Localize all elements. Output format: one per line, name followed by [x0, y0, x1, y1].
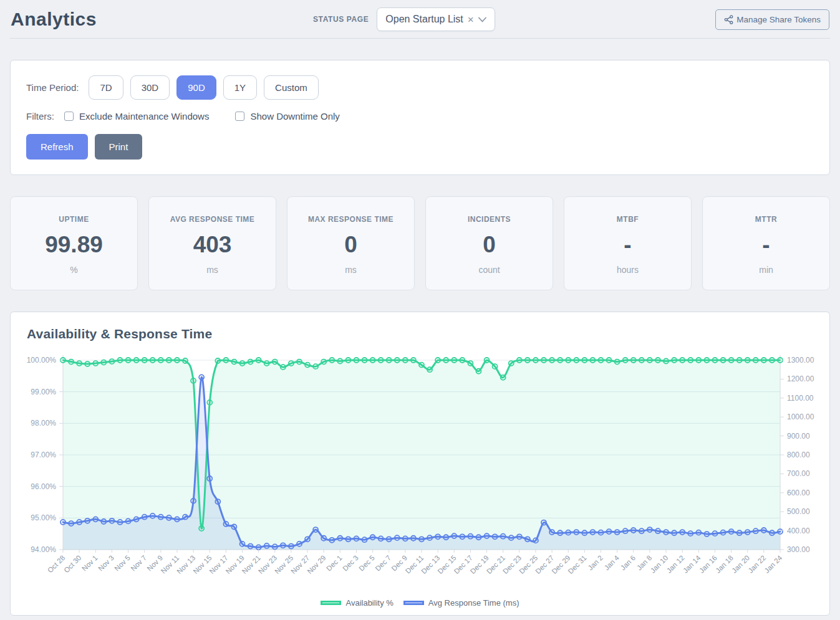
- filter-option[interactable]: Exclude Maintenance Windows: [64, 111, 209, 122]
- svg-text:Jan 10: Jan 10: [649, 554, 670, 575]
- stat-value: 0: [431, 232, 548, 258]
- svg-text:1200.00: 1200.00: [787, 374, 814, 383]
- stat-value: 403: [154, 232, 271, 258]
- chart-panel: Availability & Response Time 100.00%99.0…: [10, 312, 830, 616]
- stat-label: MTTR: [708, 215, 824, 224]
- stat-unit: ms: [154, 265, 271, 275]
- svg-text:Dec 1: Dec 1: [325, 554, 344, 573]
- status-page-select[interactable]: Open Startup List ×: [377, 7, 495, 31]
- header-divider: [10, 38, 830, 39]
- legend-label: Availability %: [345, 598, 393, 608]
- svg-text:96.00%: 96.00%: [31, 482, 56, 491]
- svg-text:600.00: 600.00: [787, 489, 810, 497]
- svg-text:Jan 6: Jan 6: [619, 554, 637, 571]
- svg-text:1300.00: 1300.00: [787, 356, 814, 365]
- checkbox-label: Exclude Maintenance Windows: [79, 111, 209, 122]
- svg-text:1000.00: 1000.00: [787, 413, 814, 421]
- legend-item[interactable]: Avg Response Time (ms): [403, 598, 519, 608]
- period-button-7d[interactable]: 7D: [89, 75, 123, 100]
- svg-text:Jan 16: Jan 16: [698, 554, 718, 575]
- chart-canvas: 100.00%99.00%98.00%97.00%96.00%95.00%94.…: [11, 345, 829, 594]
- stat-label: MAX RESPONSE TIME: [292, 215, 409, 224]
- manage-share-tokens-button[interactable]: Manage Share Tokens: [715, 9, 829, 30]
- page-title: Analytics: [11, 9, 313, 30]
- manage-share-tokens-label: Manage Share Tokens: [736, 15, 821, 24]
- svg-text:100.00%: 100.00%: [27, 356, 57, 365]
- stat-label: AVG RESPONSE TIME: [154, 215, 271, 224]
- stat-value: 0: [292, 232, 409, 258]
- svg-text:94.00%: 94.00%: [31, 545, 56, 554]
- svg-text:Jan 2: Jan 2: [587, 554, 604, 571]
- chart-legend: Availability %Avg Response Time (ms): [11, 598, 829, 608]
- status-page-label: STATUS PAGE: [313, 15, 369, 24]
- svg-text:Jan 24: Jan 24: [763, 554, 784, 575]
- stat-card-max-response-time: MAX RESPONSE TIME0ms: [287, 196, 415, 290]
- share-icon: [724, 15, 733, 24]
- chart-title: Availability & Response Time: [11, 327, 829, 341]
- svg-text:Dec 31: Dec 31: [567, 554, 588, 575]
- legend-label: Avg Response Time (ms): [428, 598, 519, 608]
- svg-text:Nov 3: Nov 3: [97, 554, 115, 573]
- stat-label: MTBF: [569, 215, 686, 224]
- filter-option[interactable]: Show Downtime Only: [235, 111, 339, 122]
- checkbox[interactable]: [235, 112, 244, 121]
- svg-text:700.00: 700.00: [787, 469, 810, 478]
- svg-text:300.00: 300.00: [787, 545, 810, 554]
- svg-text:Jan 12: Jan 12: [665, 554, 686, 575]
- filter-panel: Time Period: 7D30D90D1YCustom Filters: E…: [10, 60, 830, 175]
- stat-value: -: [708, 232, 824, 258]
- svg-text:400.00: 400.00: [787, 527, 810, 535]
- svg-text:Nov 7: Nov 7: [129, 554, 148, 573]
- stat-unit: ms: [292, 265, 409, 275]
- stat-unit: hours: [569, 265, 686, 275]
- print-button[interactable]: Print: [95, 134, 143, 160]
- svg-text:99.00%: 99.00%: [31, 388, 56, 396]
- svg-text:900.00: 900.00: [787, 432, 810, 441]
- chevron-down-icon[interactable]: [478, 17, 486, 22]
- stats-row: UPTIME99.89%AVG RESPONSE TIME403msMAX RE…: [10, 196, 830, 290]
- period-button-90d[interactable]: 90D: [176, 75, 216, 100]
- svg-text:1100.00: 1100.00: [787, 394, 814, 403]
- stat-card-incidents: INCIDENTS0count: [425, 196, 553, 290]
- svg-text:Oct 28: Oct 28: [46, 554, 66, 574]
- filter-checkboxes: Exclude Maintenance WindowsShow Downtime…: [64, 111, 366, 122]
- period-button-custom[interactable]: Custom: [264, 75, 319, 100]
- svg-text:98.00%: 98.00%: [31, 419, 56, 427]
- stat-label: INCIDENTS: [431, 215, 548, 224]
- svg-text:95.00%: 95.00%: [31, 513, 56, 522]
- svg-text:Jan 4: Jan 4: [603, 554, 621, 572]
- checkbox-label: Show Downtime Only: [250, 111, 339, 122]
- availability-chart: 100.00%99.00%98.00%97.00%96.00%95.00%94.…: [11, 345, 829, 597]
- legend-item[interactable]: Availability %: [321, 598, 393, 608]
- svg-text:Dec 7: Dec 7: [374, 554, 392, 573]
- svg-text:500.00: 500.00: [787, 507, 810, 516]
- svg-text:Jan 20: Jan 20: [730, 554, 751, 575]
- svg-text:Oct 30: Oct 30: [62, 554, 82, 574]
- stat-unit: %: [16, 265, 132, 275]
- period-button-30d[interactable]: 30D: [130, 75, 170, 100]
- clear-selection-icon[interactable]: ×: [468, 14, 474, 25]
- stat-value: -: [569, 232, 686, 258]
- legend-swatch: [321, 601, 341, 605]
- svg-text:Nov 1: Nov 1: [80, 554, 99, 573]
- period-buttons: 7D30D90D1YCustom: [89, 75, 325, 100]
- period-button-1y[interactable]: 1Y: [223, 75, 257, 100]
- stat-unit: min: [708, 265, 824, 275]
- time-period-label: Time Period:: [26, 82, 79, 93]
- svg-text:800.00: 800.00: [787, 451, 810, 459]
- svg-text:Nov 5: Nov 5: [113, 554, 132, 573]
- svg-text:Jan 18: Jan 18: [714, 554, 735, 575]
- status-page-selected-value: Open Startup List: [385, 14, 463, 25]
- status-page-picker: STATUS PAGE Open Startup List ×: [313, 7, 495, 31]
- refresh-button[interactable]: Refresh: [26, 134, 88, 160]
- filters-label: Filters:: [26, 111, 54, 122]
- stat-card-mtbf: MTBF-hours: [564, 196, 692, 290]
- legend-swatch: [403, 601, 424, 605]
- stat-unit: count: [431, 265, 548, 275]
- svg-text:Jan 22: Jan 22: [746, 554, 767, 575]
- svg-text:Dec 5: Dec 5: [357, 554, 376, 573]
- stat-label: UPTIME: [16, 215, 132, 224]
- checkbox[interactable]: [64, 112, 74, 121]
- stat-value: 99.89: [16, 232, 132, 258]
- stat-card-uptime: UPTIME99.89%: [10, 196, 138, 290]
